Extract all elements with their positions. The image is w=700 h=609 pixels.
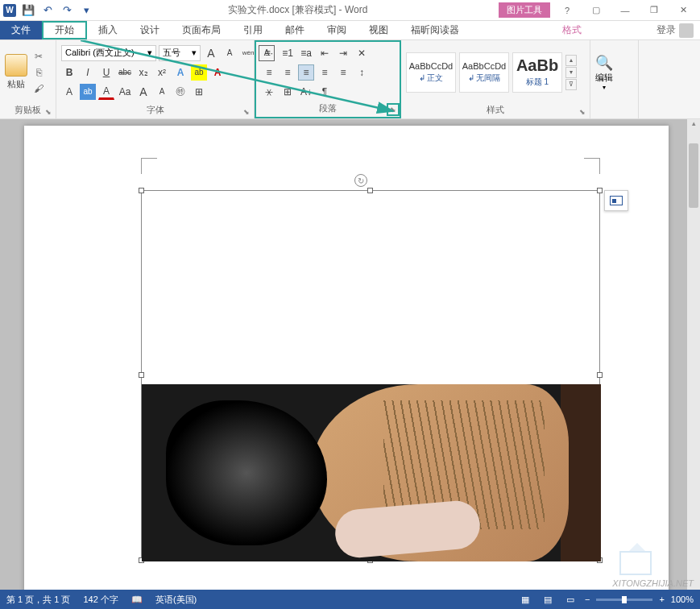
style-scroll-down[interactable]: ▾ <box>565 67 577 78</box>
styles-dialog-launcher[interactable]: ⬊ <box>577 106 588 118</box>
align-center-button[interactable]: ≡ <box>280 64 296 81</box>
shrink-font2-button[interactable]: A <box>154 84 170 100</box>
format-painter-button[interactable]: 🖌 <box>31 81 47 96</box>
language[interactable]: 英语(美国) <box>155 594 197 606</box>
grow-font-button[interactable]: A <box>203 45 219 61</box>
font-color2-button[interactable]: A <box>98 84 114 100</box>
page[interactable]: ↻ <box>24 126 669 590</box>
increase-indent-button[interactable]: ⇥ <box>335 45 351 61</box>
find-button[interactable]: 🔍 编辑 ▾ <box>595 54 613 91</box>
minimize-button[interactable]: — <box>615 2 636 19</box>
change-case-button[interactable]: Aa <box>117 84 133 100</box>
rotate-handle[interactable]: ↻ <box>354 174 367 187</box>
bold-button[interactable]: B <box>61 64 77 81</box>
tab-references[interactable]: 引用 <box>232 21 274 39</box>
shading-button[interactable]: ⚹ <box>261 84 277 100</box>
strikethrough-button[interactable]: abc <box>117 64 133 81</box>
font-size-combo[interactable]: 五号▾ <box>159 45 201 61</box>
tab-format[interactable]: 格式 <box>551 21 593 39</box>
bullets-button[interactable]: ≡· <box>261 45 277 61</box>
text-effects-button[interactable]: A <box>172 64 188 81</box>
web-layout-button[interactable]: ▭ <box>562 593 578 606</box>
user-avatar-icon[interactable] <box>679 23 694 38</box>
clipboard-dialog-launcher[interactable]: ⬊ <box>43 106 54 118</box>
font-name-combo[interactable]: Calibri (西文正文)▾ <box>61 45 156 61</box>
char-shading-button[interactable]: A <box>61 84 77 100</box>
selected-picture[interactable] <box>141 190 600 561</box>
subscript-button[interactable]: x₂ <box>135 64 151 81</box>
document-area[interactable]: ↻ ▴ <box>0 119 700 590</box>
restore-button[interactable]: ❐ <box>644 2 665 19</box>
close-button[interactable]: ✕ <box>673 2 694 19</box>
enclose-char-button[interactable]: ㊕ <box>172 84 188 100</box>
italic-button[interactable]: I <box>80 64 96 81</box>
sort-button[interactable]: A↓ <box>298 84 314 100</box>
help-button[interactable]: ? <box>557 2 578 19</box>
distribute-button[interactable]: ≡ <box>335 64 351 81</box>
style-normal[interactable]: AaBbCcDd ↲ 正文 <box>406 52 456 93</box>
zoom-in-button[interactable]: + <box>659 594 664 604</box>
line-spacing-button[interactable]: ↕ <box>354 64 370 81</box>
read-mode-button[interactable]: ▦ <box>517 593 533 606</box>
status-bar: 第 1 页，共 1 页 142 个字 📖 英语(美国) ▦ ▤ ▭ − + 10… <box>0 590 700 609</box>
print-layout-button[interactable]: ▤ <box>540 593 556 606</box>
save-button[interactable]: 💾 <box>21 3 35 18</box>
style-scroll-up[interactable]: ▴ <box>565 55 577 66</box>
tab-review[interactable]: 审阅 <box>316 21 358 39</box>
multilevel-button[interactable]: ≡a <box>298 45 314 61</box>
tab-file[interactable]: 文件 <box>0 21 42 39</box>
style-expand[interactable]: ⊽ <box>565 79 577 90</box>
paragraph-dialog-launcher[interactable]: ⬊ <box>387 103 400 116</box>
resize-handle-r[interactable] <box>597 372 603 378</box>
redo-button[interactable]: ↷ <box>60 3 74 18</box>
tab-mailings[interactable]: 邮件 <box>274 21 316 39</box>
group-editing: 🔍 编辑 ▾ <box>590 40 639 118</box>
resize-handle-t[interactable] <box>367 188 373 193</box>
zoom-out-button[interactable]: − <box>585 594 590 604</box>
scroll-thumb[interactable] <box>689 143 698 208</box>
align-right-button[interactable]: ≡ <box>298 64 314 81</box>
phonetic-guide-button[interactable]: wén <box>240 45 256 61</box>
zoom-slider[interactable] <box>596 599 652 601</box>
align-left-button[interactable]: ≡ <box>261 64 277 81</box>
justify-button[interactable]: ≡ <box>317 64 333 81</box>
undo-button[interactable]: ↶ <box>40 3 55 18</box>
layout-options-button[interactable] <box>604 190 628 211</box>
char-scale-button[interactable]: ab <box>80 84 96 100</box>
borders-button[interactable]: ⊞ <box>280 84 296 100</box>
font-dialog-launcher[interactable]: ⬊ <box>241 106 252 118</box>
ribbon-display-options[interactable]: ▢ <box>586 2 607 19</box>
combine-char-button[interactable]: ⊞ <box>191 84 207 100</box>
vertical-scrollbar[interactable]: ▴ <box>687 119 700 590</box>
cut-button[interactable]: ✂ <box>31 49 47 64</box>
tab-page-layout[interactable]: 页面布局 <box>171 21 232 39</box>
spellcheck-icon[interactable]: 📖 <box>131 594 143 605</box>
tab-home[interactable]: 开始 <box>42 21 87 39</box>
highlight-button[interactable]: ab <box>191 64 207 81</box>
snap-to-grid-button[interactable]: ✕ <box>354 45 370 61</box>
grow-font2-button[interactable]: A <box>135 84 151 100</box>
tab-design[interactable]: 设计 <box>129 21 171 39</box>
word-count[interactable]: 142 个字 <box>83 594 118 606</box>
tab-foxit-reader[interactable]: 福昕阅读器 <box>400 21 470 39</box>
zoom-level[interactable]: 100% <box>671 594 694 604</box>
numbering-button[interactable]: ≡1 <box>280 45 296 61</box>
copy-button[interactable]: ⎘ <box>31 65 47 80</box>
decrease-indent-button[interactable]: ⇤ <box>317 45 333 61</box>
shrink-font-button[interactable]: A <box>222 45 238 61</box>
underline-button[interactable]: U <box>98 64 114 81</box>
style-no-spacing[interactable]: AaBbCcDd ↲ 无间隔 <box>459 52 509 93</box>
page-count[interactable]: 第 1 页，共 1 页 <box>6 594 70 606</box>
style-heading1[interactable]: AaBb 标题 1 <box>512 52 562 93</box>
paste-button[interactable]: 粘贴 <box>5 54 27 90</box>
resize-handle-tr[interactable] <box>597 188 603 193</box>
tab-insert[interactable]: 插入 <box>87 21 129 39</box>
qat-customize[interactable]: ▾ <box>79 3 93 18</box>
show-marks-button[interactable]: ¶ <box>317 84 333 100</box>
login-link[interactable]: 登录 <box>657 23 676 37</box>
font-color-button[interactable]: A <box>209 64 226 81</box>
resize-handle-tl[interactable] <box>139 188 144 193</box>
superscript-button[interactable]: x² <box>154 64 170 81</box>
resize-handle-l[interactable] <box>139 372 144 378</box>
tab-view[interactable]: 视图 <box>358 21 400 39</box>
